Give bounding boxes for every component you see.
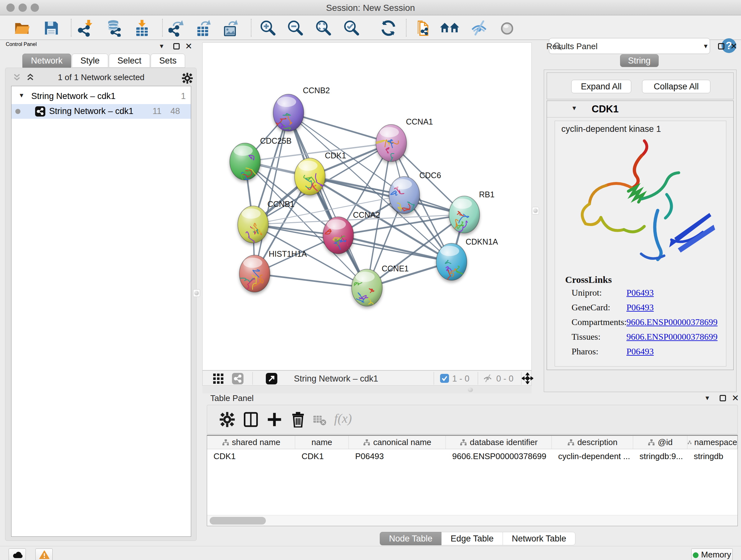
- panel-collapse-icon[interactable]: ▼: [158, 43, 165, 50]
- zoom-in-button[interactable]: [259, 19, 276, 37]
- network-row-selected[interactable]: String Network – cdk1 11 48: [11, 104, 191, 119]
- export-image-button[interactable]: [223, 19, 240, 37]
- graph-node-CCNA1[interactable]: CCNA1: [375, 117, 433, 168]
- graph-node-RB1[interactable]: RB1: [449, 190, 495, 233]
- column-header[interactable]: namespace: [687, 436, 738, 449]
- export-table-button[interactable]: [196, 19, 213, 37]
- show-columns-icon[interactable]: [243, 412, 259, 428]
- horizontal-splitter[interactable]: [202, 386, 532, 393]
- tab-network-table[interactable]: Network Table: [502, 532, 576, 545]
- grid-view-icon[interactable]: [213, 373, 224, 384]
- collection-disclosure-icon[interactable]: ▼: [18, 92, 24, 99]
- export-network-button[interactable]: [169, 19, 186, 37]
- graph-node-CDKN1A[interactable]: CDKN1A: [436, 237, 498, 287]
- table-cell[interactable]: CDK1: [207, 449, 295, 463]
- refresh-button[interactable]: [380, 19, 397, 37]
- results-panel: Results Panel ▼ ✕ String Expand All Coll…: [539, 42, 741, 393]
- panel-collapse-icon[interactable]: ▼: [704, 395, 711, 401]
- crosslink-link[interactable]: 9606.ENSP00000378699: [626, 317, 718, 327]
- panel-close-icon[interactable]: ✕: [732, 395, 739, 401]
- graph-node-CCNB1[interactable]: CCNB1: [238, 199, 294, 248]
- toolbar-separator: [162, 19, 163, 37]
- birds-eye-view-icon[interactable]: [522, 373, 533, 384]
- crosslink-link[interactable]: P06493: [626, 347, 654, 357]
- column-header-label: description: [577, 437, 617, 447]
- table-cell[interactable]: stringdb:9...: [633, 449, 687, 463]
- column-header[interactable]: shared name: [207, 436, 295, 449]
- table-cell[interactable]: 9606.ENSP00000378699: [446, 449, 552, 463]
- import-table-button[interactable]: [133, 19, 151, 37]
- tab-node-table[interactable]: Node Table: [380, 532, 442, 545]
- table-cell[interactable]: cyclin-dependent ...: [552, 449, 633, 463]
- panel-collapse-icon[interactable]: ▼: [703, 43, 709, 50]
- crosslink-link[interactable]: 9606.ENSP00000378699: [626, 332, 718, 342]
- hidden-nodes-edges-count: 0 - 0: [496, 374, 514, 384]
- string-import-button[interactable]: [415, 19, 432, 37]
- expand-all-button[interactable]: Expand All: [571, 80, 631, 93]
- graph-node-CCNE1[interactable]: CCNE1: [352, 264, 409, 315]
- detach-view-icon[interactable]: [266, 373, 277, 384]
- tab-style[interactable]: Style: [72, 54, 108, 68]
- network-options-gear-icon[interactable]: [182, 72, 193, 84]
- column-header[interactable]: name: [295, 436, 349, 449]
- string-homes-button[interactable]: [440, 19, 461, 37]
- import-network-button[interactable]: [77, 19, 95, 37]
- memory-button[interactable]: Memory: [691, 549, 733, 560]
- zoom-out-button[interactable]: [286, 19, 304, 37]
- network-edge-count: 48: [171, 106, 180, 116]
- database-icon: [105, 19, 123, 37]
- control-panel-tabs: NetworkStyleSelectSets: [22, 54, 186, 68]
- column-header[interactable]: database identifier: [446, 436, 552, 449]
- crosslink-link[interactable]: P06493: [626, 288, 654, 298]
- show-graphics-details-button[interactable]: [498, 19, 516, 37]
- collapse-all-button[interactable]: Collapse All: [642, 80, 711, 93]
- crosslink-link[interactable]: P06493: [626, 302, 654, 313]
- cloud-button[interactable]: [9, 549, 26, 560]
- protein-card-header[interactable]: ▼ CDK1: [547, 101, 733, 118]
- import-network-from-database-button[interactable]: [105, 19, 123, 37]
- table-cell[interactable]: P06493: [349, 449, 446, 463]
- warnings-button[interactable]: [36, 549, 53, 560]
- delete-table-icon[interactable]: [313, 415, 327, 426]
- scrollbar-thumb[interactable]: [210, 517, 266, 524]
- tab-edge-table[interactable]: Edge Table: [441, 532, 503, 545]
- column-header[interactable]: canonical name: [349, 436, 446, 449]
- tab-sets[interactable]: Sets: [151, 54, 185, 68]
- zoom-fit-button[interactable]: [315, 19, 332, 37]
- card-disclosure-icon[interactable]: ▼: [571, 105, 577, 112]
- create-column-plus-icon[interactable]: [266, 412, 282, 428]
- network-canvas[interactable]: CCNB2CCNA1CDC25BCDK1CDC6RB1CCNB1CCNA2CDK…: [202, 43, 532, 370]
- eye-icon: [498, 19, 516, 37]
- graph-node-CCNB2[interactable]: CCNB2: [273, 86, 330, 134]
- selected-checkbox-icon[interactable]: [440, 374, 449, 383]
- tab-select[interactable]: Select: [109, 54, 150, 68]
- delete-column-trash-icon[interactable]: [290, 412, 306, 428]
- tab-network[interactable]: Network: [22, 54, 71, 68]
- table-row[interactable]: CDK1CDK1P064939606.ENSP00000378699cyclin…: [207, 449, 738, 463]
- tab-string[interactable]: String: [620, 54, 659, 67]
- panel-float-icon[interactable]: [720, 395, 726, 401]
- panel-float-icon[interactable]: [718, 43, 724, 50]
- crosslink-label: Tissues:: [571, 332, 601, 341]
- table-cell[interactable]: CDK1: [295, 449, 349, 463]
- panel-close-icon[interactable]: ✕: [730, 43, 738, 50]
- panel-close-icon[interactable]: ✕: [185, 43, 192, 50]
- open-session-button[interactable]: [13, 19, 30, 37]
- save-session-button[interactable]: [43, 19, 60, 37]
- column-header[interactable]: description: [552, 436, 633, 449]
- table-hscrollbar[interactable]: [207, 515, 738, 526]
- function-builder-icon[interactable]: f(x): [334, 411, 352, 426]
- network-view-icon[interactable]: [232, 373, 244, 384]
- table-cell[interactable]: stringdb: [687, 449, 738, 463]
- column-header[interactable]: @id: [633, 436, 687, 449]
- left-splitter-handle[interactable]: [193, 289, 200, 297]
- zoom-selected-button[interactable]: [343, 19, 360, 37]
- hide-graphics-details-button[interactable]: [470, 19, 488, 37]
- panel-float-icon[interactable]: [173, 43, 180, 50]
- network-collection-row[interactable]: ▼ String Network – cdk1 1: [11, 89, 191, 104]
- string-network-graph[interactable]: CCNB2CCNA1CDC25BCDK1CDC6RB1CCNB1CCNA2CDK…: [203, 43, 531, 370]
- right-splitter-handle[interactable]: [532, 207, 539, 214]
- graph-node-HIST1H1A[interactable]: HIST1H1A: [239, 249, 307, 292]
- table-options-gear-icon[interactable]: [219, 412, 235, 428]
- protein-result-card: ▼ CDK1 cyclin-dependent kinase 1: [547, 101, 734, 370]
